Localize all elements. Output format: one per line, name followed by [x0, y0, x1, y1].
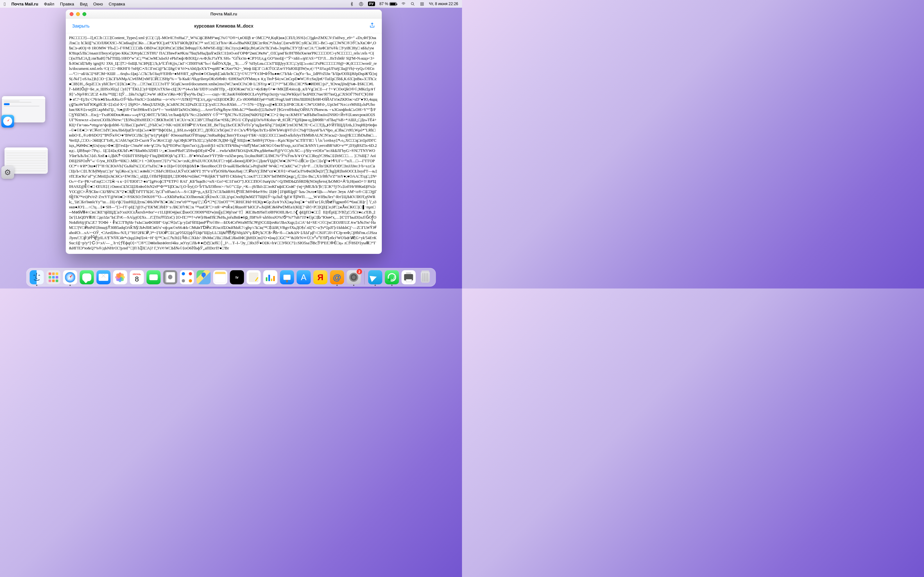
dock-maps[interactable]	[197, 270, 211, 284]
settings-badge: 2	[357, 269, 362, 274]
titlebar: Почта Mail.ru	[66, 10, 382, 19]
stage-thumbnail-safari[interactable]	[2, 96, 48, 122]
dock: июнь 8 tv A Я @ 2	[26, 268, 436, 287]
dock-whatsapp[interactable]	[385, 270, 399, 284]
dock-numbers[interactable]	[263, 270, 278, 284]
dock-appstore[interactable]: A	[297, 270, 311, 284]
dock-messages[interactable]	[80, 270, 94, 284]
svg-point-2	[411, 2, 414, 5]
wifi-icon[interactable]	[401, 2, 406, 6]
menu-file[interactable]: Файл	[44, 2, 54, 6]
dock-facetime[interactable]	[147, 270, 161, 284]
menu-edit[interactable]: Правка	[60, 2, 74, 6]
mailru-window: Почта Mail.ru Закрыть курсовая Климова М…	[66, 10, 382, 254]
dock-photos[interactable]	[113, 270, 128, 284]
battery-status[interactable]: 87 %	[380, 2, 397, 6]
menubar: 􀣺 Почта Mail.ru Файл Правка Вид Окно Спр…	[0, 0, 462, 8]
dock-safari[interactable]	[63, 270, 78, 284]
apple-menu-icon[interactable]: 􀣺	[4, 1, 5, 7]
dock-calendar[interactable]: июнь 8	[130, 270, 144, 284]
control-center-icon[interactable]	[420, 2, 425, 6]
calendar-day: 8	[135, 276, 139, 283]
dock-system-settings[interactable]: 2	[347, 270, 361, 284]
window-title: Почта Mail.ru	[66, 11, 382, 16]
stage-thumbnail-settings[interactable]: ⚙︎	[2, 147, 48, 174]
document-content[interactable]: PK□□□□!]—l],tC□h □□□[Content_Types].xml …	[66, 33, 382, 254]
dock-yandex[interactable]: Я	[313, 270, 328, 284]
share-icon	[369, 22, 375, 29]
close-button[interactable]: Закрыть	[72, 23, 89, 29]
menubar-clock[interactable]: Чт, 8 июня 22:26	[429, 2, 458, 6]
dock-tv[interactable]: tv	[230, 270, 244, 284]
dock-keynote[interactable]	[280, 270, 294, 284]
bluetooth-icon[interactable]	[349, 2, 354, 6]
dock-finder[interactable]	[30, 270, 44, 284]
user-switch-icon[interactable]	[359, 2, 363, 6]
app-name[interactable]: Почта Mail.ru	[11, 2, 38, 6]
spotlight-icon[interactable]	[410, 2, 415, 6]
svg-rect-3	[420, 3, 423, 3]
settings-icon: ⚙︎	[1, 166, 14, 179]
share-button[interactable]	[369, 22, 375, 30]
dock-mailru[interactable]: @	[330, 270, 344, 284]
menu-view[interactable]: Вид	[80, 2, 87, 6]
dock-mail[interactable]	[97, 270, 111, 284]
svg-rect-4	[420, 4, 423, 5]
dock-freeform[interactable]	[247, 270, 261, 284]
dock-trash[interactable]	[418, 270, 433, 284]
input-language[interactable]: РУ	[368, 2, 375, 6]
dock-telegram[interactable]	[368, 270, 383, 284]
dock-notes[interactable]	[213, 270, 228, 284]
svg-point-1	[360, 3, 362, 4]
menu-help[interactable]: Справка	[109, 2, 125, 6]
dock-launchpad[interactable]	[47, 270, 61, 284]
menu-window[interactable]: Окно	[94, 2, 103, 6]
dock-contacts[interactable]	[163, 270, 178, 284]
safari-icon	[1, 115, 14, 127]
dock-reminders[interactable]	[180, 270, 194, 284]
document-filename: курсовая Климова М..docx	[66, 23, 382, 29]
battery-percent: 87 %	[380, 2, 388, 6]
dock-printer[interactable]	[402, 270, 416, 284]
toolbar: Закрыть курсовая Климова М..docx	[66, 19, 382, 33]
